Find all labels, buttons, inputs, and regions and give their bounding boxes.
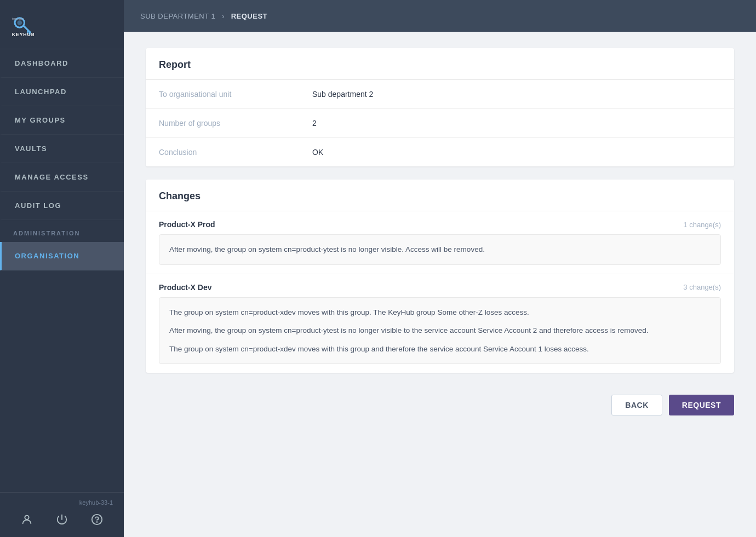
- breadcrumb-sub-dept[interactable]: SUB DEPARTMENT 1: [140, 12, 215, 20]
- version-text: keyhub-33-1: [11, 499, 113, 506]
- changes-card-header: Changes: [146, 180, 734, 211]
- changes-group-1-header: Product-X Prod 1 change(s): [159, 220, 721, 229]
- svg-point-1: [17, 20, 22, 25]
- report-card: Report To organisational unit Sub depart…: [146, 48, 734, 166]
- group-2-name: Product-X Dev: [159, 283, 211, 292]
- report-row-num-groups: Number of groups 2: [146, 109, 734, 138]
- sidebar-bottom: keyhub-33-1: [0, 492, 124, 537]
- group-2-message-3: The group on system cn=product-xdev move…: [169, 343, 711, 355]
- sidebar-item-vaults[interactable]: VAULTS: [0, 135, 124, 163]
- sidebar-item-launchpad[interactable]: LAUNCHPAD: [0, 78, 124, 106]
- group-2-count: 3 change(s): [683, 283, 721, 291]
- page-content: Report To organisational unit Sub depart…: [124, 32, 756, 537]
- changes-group-2-header: Product-X Dev 3 change(s): [159, 283, 721, 292]
- svg-text:topicus: topicus: [12, 16, 24, 20]
- breadcrumb-separator: ›: [222, 12, 224, 20]
- svg-point-7: [25, 516, 28, 519]
- group-2-change-box: The group on system cn=product-xdev move…: [159, 297, 721, 365]
- keyhub-logo-icon: topicus KEYHUB: [11, 13, 34, 36]
- profile-button[interactable]: [16, 511, 37, 530]
- report-title: Report: [159, 59, 191, 70]
- group-1-name: Product-X Prod: [159, 220, 215, 229]
- sidebar-item-my-groups[interactable]: MY GROUPS: [0, 106, 124, 135]
- main-content: SUB DEPARTMENT 1 › REQUEST Report To org…: [124, 0, 756, 537]
- sidebar-item-manage-access[interactable]: MANAGE ACCESS: [0, 163, 124, 192]
- report-label-org-unit: To organisational unit: [159, 90, 312, 99]
- back-button[interactable]: BACK: [611, 395, 662, 415]
- report-label-num-groups: Number of groups: [159, 119, 312, 128]
- report-card-header: Report: [146, 48, 734, 80]
- sidebar-actions: [11, 511, 113, 530]
- report-value-org-unit: Sub department 2: [312, 90, 373, 99]
- report-label-conclusion: Conclusion: [159, 148, 312, 157]
- breadcrumb-request: REQUEST: [231, 12, 267, 20]
- changes-title: Changes: [159, 190, 201, 201]
- sidebar: topicus KEYHUB DASHBOARD LAUNCHPAD MY GR…: [0, 0, 124, 537]
- request-button[interactable]: REQUEST: [669, 395, 734, 415]
- logo-area: topicus KEYHUB: [0, 0, 124, 49]
- help-button[interactable]: [87, 511, 107, 530]
- report-value-num-groups: 2: [312, 119, 317, 128]
- footer-actions: BACK REQUEST: [146, 386, 734, 426]
- admin-section-label: ADMINISTRATION: [0, 220, 124, 242]
- svg-point-9: [97, 522, 98, 522]
- report-row-org-unit: To organisational unit Sub department 2: [146, 80, 734, 109]
- group-1-change-box: After moving, the group on system cn=pro…: [159, 234, 721, 265]
- group-1-count: 1 change(s): [683, 221, 721, 229]
- sidebar-item-dashboard[interactable]: DASHBOARD: [0, 49, 124, 78]
- report-row-conclusion: Conclusion OK: [146, 138, 734, 166]
- sidebar-item-organisation[interactable]: ORGANISATION: [0, 242, 124, 270]
- report-value-conclusion: OK: [312, 148, 323, 157]
- group-1-message-1: After moving, the group on system cn=pro…: [169, 244, 711, 256]
- topbar: SUB DEPARTMENT 1 › REQUEST: [124, 0, 756, 32]
- changes-group-2: Product-X Dev 3 change(s) The group on s…: [146, 274, 734, 373]
- group-2-message-1: The group on system cn=product-xdev move…: [169, 307, 711, 319]
- power-button[interactable]: [51, 511, 72, 530]
- sidebar-item-audit-log[interactable]: AUDIT LOG: [0, 192, 124, 220]
- group-2-message-2: After moving, the group on system cn=pro…: [169, 325, 711, 337]
- changes-card: Changes Product-X Prod 1 change(s) After…: [146, 180, 734, 373]
- svg-text:KEYHUB: KEYHUB: [12, 32, 34, 36]
- changes-group-1: Product-X Prod 1 change(s) After moving,…: [146, 211, 734, 274]
